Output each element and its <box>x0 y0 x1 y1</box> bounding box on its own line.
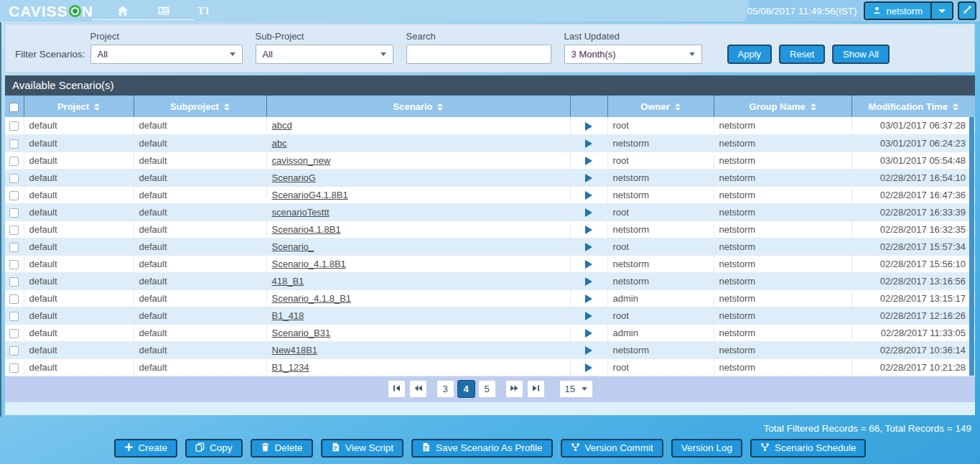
home-icon[interactable] <box>116 4 130 18</box>
delete-button[interactable]: Delete <box>251 439 313 458</box>
play-icon[interactable] <box>585 122 592 131</box>
subproject-cell: default <box>134 255 266 272</box>
play-icon[interactable] <box>585 294 592 303</box>
cavisson-logo[interactable]: CAVISS N <box>9 4 93 19</box>
scenario-link[interactable]: abc <box>272 138 287 149</box>
scenario-link[interactable]: Scenario_4.1.8_B1 <box>272 293 352 304</box>
search-input[interactable] <box>406 45 551 64</box>
user-button-group: netstorm <box>864 1 953 20</box>
fullscreen-button[interactable] <box>958 1 976 20</box>
row-checkbox[interactable] <box>9 208 19 218</box>
play-icon[interactable] <box>585 174 592 182</box>
play-icon[interactable] <box>585 139 592 148</box>
scenario-cell: Scenario_4.1.8B1 <box>266 255 570 272</box>
page-button-4[interactable]: 4 <box>457 380 475 398</box>
scenario-link[interactable]: ScenarioG <box>272 172 316 183</box>
column-header-group-name[interactable]: Group Name <box>714 96 851 117</box>
scenario-link[interactable]: Scenario4.1.8B1 <box>272 224 341 235</box>
subproject-select[interactable]: All <box>256 45 393 64</box>
page-size-value: 15 <box>565 384 575 394</box>
action-button-label: Version Log <box>681 442 732 453</box>
column-header-scenario[interactable]: Scenario <box>266 96 570 117</box>
prev-page-button[interactable] <box>409 380 427 398</box>
play-icon[interactable] <box>585 243 592 251</box>
scenario-card-icon[interactable] <box>157 4 171 18</box>
row-checkbox[interactable] <box>9 157 19 166</box>
version-commit-button[interactable]: Version Commit <box>561 439 663 458</box>
copy-button[interactable]: Copy <box>185 439 243 458</box>
project-select[interactable]: All <box>90 45 243 64</box>
row-checkbox[interactable] <box>9 329 19 338</box>
play-icon[interactable] <box>585 312 592 320</box>
user-button[interactable]: netstorm <box>865 3 930 19</box>
next-page-button[interactable] <box>505 380 523 398</box>
scenario-schedule-button[interactable]: Scenario Schedule <box>750 439 866 458</box>
save-scenario-as-profile-button[interactable]: Save Scenario As Profile <box>411 439 553 458</box>
play-icon[interactable] <box>585 363 592 372</box>
play-icon[interactable] <box>585 277 592 286</box>
last-page-button[interactable] <box>527 380 545 398</box>
row-checkbox[interactable] <box>9 312 19 321</box>
row-checkbox[interactable] <box>9 121 19 131</box>
page-size-select[interactable]: 15 <box>559 380 593 398</box>
group-name-cell: netstorm <box>714 255 851 272</box>
vertical-scrollbar[interactable] <box>969 117 974 376</box>
row-checkbox[interactable] <box>9 174 19 183</box>
column-header-project[interactable]: Project <box>24 96 134 117</box>
row-checkbox[interactable] <box>9 243 19 252</box>
project-cell: default <box>24 134 134 152</box>
column-header-owner[interactable]: Owner <box>607 96 714 117</box>
row-checkbox[interactable] <box>9 294 19 304</box>
scenario-link[interactable]: Scenario_4.1.8B1 <box>272 259 346 269</box>
scenario-link[interactable]: Scenario_B31 <box>272 328 331 338</box>
play-icon[interactable] <box>585 208 592 217</box>
run-cell <box>570 238 607 255</box>
scenario-link[interactable]: scenarioTesttt <box>272 207 330 218</box>
column-header-run <box>570 96 607 117</box>
table-row: defaultdefaultB1_1234rootnetstorm02/28/2… <box>5 358 975 376</box>
create-button[interactable]: Create <box>114 439 178 458</box>
column-label: Project <box>57 101 89 112</box>
scenario-link[interactable]: abcd <box>272 120 292 131</box>
user-dropdown-button[interactable] <box>930 3 952 19</box>
scenario-link[interactable]: B1_418 <box>272 310 304 321</box>
page-button-5[interactable]: 5 <box>478 380 496 398</box>
row-checkbox[interactable] <box>9 139 19 149</box>
play-icon[interactable] <box>585 329 592 338</box>
show-all-button[interactable]: Show All <box>832 45 890 64</box>
select-all-header-cell <box>5 96 24 117</box>
play-icon[interactable] <box>585 346 592 355</box>
row-checkbox[interactable] <box>9 191 19 200</box>
last-updated-select[interactable]: 3 Month(s) <box>564 45 702 64</box>
subproject-cell: default <box>134 117 266 134</box>
view-script-button[interactable]: View Script <box>321 439 403 458</box>
scenario-link[interactable]: ScenarioG4.1.8B1 <box>272 190 348 200</box>
first-page-button[interactable] <box>388 380 406 398</box>
select-all-checkbox[interactable] <box>9 103 19 112</box>
scenario-link[interactable]: New418B1 <box>272 345 318 356</box>
scenario-link[interactable]: cavisson_new <box>272 155 331 166</box>
modification-time-cell: 02/28/2017 16:32:35 <box>851 221 975 238</box>
row-checkbox[interactable] <box>9 260 19 269</box>
play-icon[interactable] <box>585 191 592 200</box>
column-label: Scenario <box>393 101 433 112</box>
column-header-subproject[interactable]: Subproject <box>134 96 266 117</box>
reset-button[interactable]: Reset <box>779 45 825 64</box>
version-log-button[interactable]: Version Log <box>671 439 742 458</box>
play-icon[interactable] <box>585 260 592 269</box>
chevron-down-icon <box>689 52 695 56</box>
scenario-link[interactable]: Scenario_ <box>272 241 314 252</box>
column-header-modification-time[interactable]: Modification Time <box>851 96 975 117</box>
row-checkbox[interactable] <box>9 363 19 373</box>
scenario-link[interactable]: B1_1234 <box>272 362 309 373</box>
apply-button[interactable]: Apply <box>727 45 773 64</box>
row-checkbox[interactable] <box>9 346 19 356</box>
ti-icon[interactable]: TI <box>197 5 210 17</box>
play-icon[interactable] <box>585 157 592 165</box>
row-checkbox[interactable] <box>9 277 19 287</box>
row-checkbox[interactable] <box>9 226 19 235</box>
row-checkbox-cell <box>5 307 24 324</box>
play-icon[interactable] <box>585 226 592 234</box>
scenario-link[interactable]: 418_B1 <box>272 276 304 287</box>
page-button-3[interactable]: 3 <box>437 380 454 398</box>
